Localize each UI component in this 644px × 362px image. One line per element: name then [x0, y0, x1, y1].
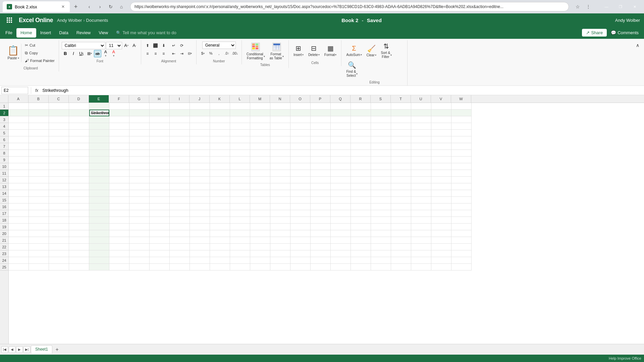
percent-button[interactable]: %	[207, 50, 215, 57]
cell-H23[interactable]	[150, 250, 170, 257]
cell-R23[interactable]	[351, 250, 371, 257]
cell-K11[interactable]	[210, 170, 230, 177]
col-header-O[interactable]: O	[290, 95, 310, 103]
col-header-K[interactable]: K	[210, 95, 230, 103]
delete-button[interactable]: ⊟ Delete ▾	[306, 42, 322, 59]
cell-N13[interactable]	[270, 183, 290, 190]
cell-J8[interactable]	[190, 150, 210, 157]
cell-D14[interactable]	[69, 190, 89, 197]
cell-P22[interactable]	[311, 244, 331, 250]
cell-K6[interactable]	[210, 136, 230, 143]
cell-V6[interactable]	[431, 136, 451, 143]
cell-S16[interactable]	[371, 203, 391, 210]
cell-L1[interactable]	[230, 103, 250, 110]
cell-K3[interactable]	[210, 116, 230, 123]
cell-A4[interactable]	[9, 123, 29, 130]
cell-I6[interactable]	[170, 136, 190, 143]
cell-L23[interactable]	[230, 250, 250, 257]
sheet-nav-first[interactable]: |◀	[1, 346, 8, 353]
cell-N4[interactable]	[270, 123, 290, 130]
cell-O17[interactable]	[290, 210, 311, 217]
cell-F3[interactable]	[109, 116, 129, 123]
cell-H18[interactable]	[150, 217, 170, 224]
cell-P8[interactable]	[311, 150, 331, 157]
font-color-button[interactable]: A ▾	[110, 50, 117, 57]
cell-W11[interactable]	[451, 170, 472, 177]
cell-R9[interactable]	[351, 157, 371, 163]
cell-O14[interactable]	[290, 190, 311, 197]
cell-N7[interactable]	[270, 143, 290, 150]
paste-button[interactable]: 📋 Paste ▾	[5, 44, 21, 62]
cell-M6[interactable]	[250, 136, 270, 143]
cell-R22[interactable]	[351, 244, 371, 250]
cell-H17[interactable]	[150, 210, 170, 217]
number-format-selector[interactable]: General	[202, 42, 236, 49]
cell-K18[interactable]	[210, 217, 230, 224]
cell-A19[interactable]	[9, 224, 29, 230]
cell-V5[interactable]	[431, 130, 451, 136]
cell-L3[interactable]	[230, 116, 250, 123]
wrap-text-button[interactable]: ↵	[170, 42, 177, 49]
cell-A13[interactable]	[9, 183, 29, 190]
underline-button[interactable]: U ▾	[78, 50, 85, 57]
close-button[interactable]: ✕	[628, 1, 641, 12]
cell-V15[interactable]	[431, 197, 451, 203]
row-header-23[interactable]: 23	[0, 250, 8, 257]
cell-F10[interactable]	[109, 163, 129, 170]
cell-E12[interactable]	[89, 177, 109, 183]
cell-C14[interactable]	[49, 190, 69, 197]
row-header-3[interactable]: 3	[0, 116, 8, 123]
share-button[interactable]: ↗ Share	[582, 29, 607, 37]
cell-K5[interactable]	[210, 130, 230, 136]
cell-T17[interactable]	[391, 210, 411, 217]
cell-F18[interactable]	[109, 217, 129, 224]
left-border-button[interactable]: ⊞ ▾	[86, 50, 93, 57]
cell-K16[interactable]	[210, 203, 230, 210]
cell-A1[interactable]	[9, 103, 29, 110]
cell-A24[interactable]	[9, 257, 29, 264]
cell-Q12[interactable]	[331, 177, 351, 183]
cell-H24[interactable]	[150, 257, 170, 264]
sheet-nav-prev[interactable]: ◀	[9, 346, 15, 353]
cell-P5[interactable]	[311, 130, 331, 136]
back-button[interactable]: ‹	[85, 2, 94, 11]
cell-W9[interactable]	[451, 157, 472, 163]
cell-C13[interactable]	[49, 183, 69, 190]
cell-Q22[interactable]	[331, 244, 351, 250]
cell-B16[interactable]	[29, 203, 49, 210]
cell-G10[interactable]	[129, 163, 150, 170]
cell-N25[interactable]	[270, 264, 290, 270]
cell-R24[interactable]	[351, 257, 371, 264]
row-header-11[interactable]: 11	[0, 170, 8, 177]
cell-W21[interactable]	[451, 237, 472, 244]
decrease-indent-button[interactable]: ⇤	[170, 50, 177, 57]
cell-V7[interactable]	[431, 143, 451, 150]
cell-P4[interactable]	[311, 123, 331, 130]
cell-D24[interactable]	[69, 257, 89, 264]
cell-G3[interactable]	[129, 116, 150, 123]
cell-S23[interactable]	[371, 250, 391, 257]
cell-G14[interactable]	[129, 190, 150, 197]
row-header-4[interactable]: 4	[0, 123, 8, 130]
cell-D18[interactable]	[69, 217, 89, 224]
cell-A15[interactable]	[9, 197, 29, 203]
cell-U11[interactable]	[411, 170, 431, 177]
copy-button[interactable]: ⧉ Copy	[23, 49, 56, 57]
cell-J5[interactable]	[190, 130, 210, 136]
cell-S22[interactable]	[371, 244, 391, 250]
col-header-D[interactable]: D	[69, 95, 89, 103]
cell-I18[interactable]	[170, 217, 190, 224]
cell-E22[interactable]	[89, 244, 109, 250]
cell-N1[interactable]	[270, 103, 290, 110]
cell-C3[interactable]	[49, 116, 69, 123]
cell-K7[interactable]	[210, 143, 230, 150]
row-header-24[interactable]: 24	[0, 257, 8, 264]
cell-I17[interactable]	[170, 210, 190, 217]
cell-N5[interactable]	[270, 130, 290, 136]
cell-I5[interactable]	[170, 130, 190, 136]
cell-C9[interactable]	[49, 157, 69, 163]
cell-H15[interactable]	[150, 197, 170, 203]
cell-V22[interactable]	[431, 244, 451, 250]
cell-B24[interactable]	[29, 257, 49, 264]
cell-G11[interactable]	[129, 170, 150, 177]
